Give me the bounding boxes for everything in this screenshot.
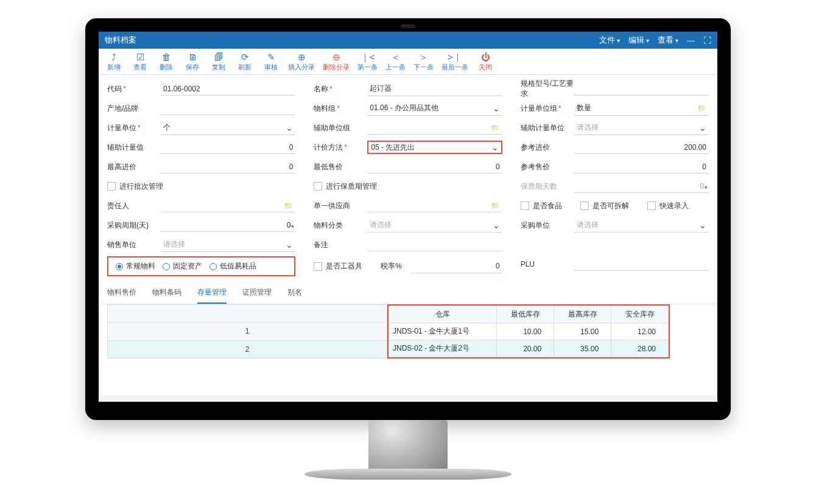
window-minimize-icon[interactable]: — [687,36,695,45]
toolbar-复制[interactable]: 🗐复制 [209,52,228,72]
toolbar-label: 新增 [107,63,121,72]
toolbar-icon: ＜ [391,52,400,61]
maxin-label: 最高进价 [107,162,161,172]
toolbar-关闭[interactable]: ⏻关闭 [476,52,494,72]
toolbar-icon: 🗎 [188,52,197,61]
toolbar-查看[interactable]: ☑查看 [131,52,149,72]
saleuom-select[interactable]: 请选择 [161,237,295,252]
matcat-select[interactable]: 请选择 [367,218,502,233]
tab-物料售价[interactable]: 物料售价 [107,284,136,304]
toolbar-保存[interactable]: 🗎保存 [183,52,202,72]
refsale-input[interactable]: 0 [574,160,709,173]
toolbar-删除[interactable]: 🗑删除 [157,52,175,72]
plu-input[interactable] [574,257,709,271]
auxuom-label: 辅助计量单位 [521,123,574,133]
radio-low[interactable]: 低值易耗品 [209,261,256,271]
taxrate-label: 税率% [381,261,411,271]
leadtime-input[interactable]: 0 [161,219,295,232]
auxuomgroup-label: 辅助单位组 [314,123,367,133]
minsale-input[interactable]: 0 [367,160,502,173]
stock-grid[interactable]: 仓库 最低库存 最高库存 安全库存 JNDS-01 - 金牛大厦1号 10.00… [389,306,669,357]
singlesupp-label: 单一供应商 [314,201,367,211]
menu-file[interactable]: 文件 [599,35,620,46]
refsale-label: 参考售价 [521,162,574,172]
titlebar: 物料档案 文件 编辑 查看 — ⛶ [99,32,717,49]
singlesupp-input[interactable] [367,199,502,212]
toolbar-插入分录[interactable]: ⊕插入分录 [288,52,315,72]
toolbar-icon: ＞ [419,52,428,61]
menu-edit[interactable]: 编辑 [628,35,649,46]
issplit-checkbox[interactable] [580,201,589,210]
auxval-input[interactable]: 0 [161,141,295,154]
col-max: 最高库存 [554,306,611,323]
col-warehouse: 仓库 [389,306,497,323]
maxin-input[interactable]: 0 [161,160,295,173]
app-screen: 物料档案 文件 编辑 查看 — ⛶ ⤴新增☑查看🗑删除🗎保存🗐复制⟳刷新✎审核⊕… [99,32,717,402]
toolbar-下一条[interactable]: ＞下一条 [413,52,434,72]
spec-label: 规格型号/工艺要求 [521,79,574,99]
monitor-stand-base [304,469,512,480]
toolbar-新增[interactable]: ⤴新增 [105,52,123,72]
saleuom-label: 销售单位 [107,240,161,250]
spec-input[interactable] [574,82,709,96]
toolbar-icon: ✎ [267,52,275,61]
toolbar-审核[interactable]: ✎审核 [262,52,280,72]
table-row[interactable]: JNDS-02 - 金牛大厦2号 20.00 35.00 28.00 [389,340,669,357]
radio-fixed[interactable]: 固定资产 [163,261,202,271]
pricemethod-select[interactable]: 05 - 先进先出 [367,141,502,154]
chevron-down-icon [490,103,500,113]
tab-物料条码[interactable]: 物料条码 [152,284,181,304]
folder-icon [697,104,706,113]
istool-label: 是否工器具 [326,261,362,271]
toolbar-最后一条[interactable]: >｜最后一条 [441,52,468,72]
grid-area: 1 2 仓库 最低库存 最高库存 安全库存 JNDS-01 - 金牛大厦1号 1… [99,304,717,363]
istool-checkbox[interactable] [314,262,322,271]
auxuom-select[interactable]: 请选择 [574,121,709,135]
shelfdays-input: 0 [574,180,709,193]
remark-input[interactable] [367,238,502,251]
toolbar-label: 删除 [160,63,173,72]
shelf-label: 进行保质期管理 [326,181,377,192]
uom-label: 计量单位 [107,123,161,133]
code-input[interactable]: 01.06-0002 [161,82,295,96]
tab-存量管理[interactable]: 存量管理 [197,284,227,304]
toolbar-上一条[interactable]: ＜上一条 [385,52,406,72]
radio-normal[interactable]: 常规物料 [116,261,155,271]
monitor-camera [401,24,415,28]
isfood-checkbox[interactable] [521,201,529,210]
folder-icon [491,124,500,132]
taxrate-input[interactable]: 0 [411,260,502,273]
tab-别名[interactable]: 别名 [287,284,302,304]
uom-select[interactable]: 个 [161,121,295,135]
toolbar-删除分录[interactable]: ⊖删除分录 [323,52,350,72]
menu-view[interactable]: 查看 [658,35,678,46]
origin-input[interactable] [161,102,295,115]
batch-checkbox[interactable] [107,182,116,191]
toolbar-icon: ⊕ [298,52,306,61]
uomgroup-input[interactable]: 数量 [574,101,709,116]
tab-证照管理[interactable]: 证照管理 [242,284,272,304]
quickin-checkbox[interactable] [647,201,656,210]
toolbar-icon: >｜ [448,52,462,61]
owner-input[interactable] [161,199,295,212]
name-input[interactable]: 起订器 [367,82,502,96]
toolbar-icon: ⊖ [332,52,340,61]
auxuomgroup-input[interactable] [367,121,502,135]
table-row[interactable]: JNDS-01 - 金牛大厦1号 10.00 15.00 12.00 [389,323,669,340]
purchuom-select[interactable]: 请选择 [574,218,709,233]
toolbar-icon: 🗐 [214,52,223,61]
shelfdays-label: 保质期天数 [521,181,574,192]
toolbar-icon: ⤴ [111,52,116,61]
matgroup-label: 物料组 [314,103,367,114]
toolbar-label: 保存 [186,63,199,72]
chevron-down-icon [490,220,500,230]
toolbar-刷新[interactable]: ⟳刷新 [236,52,254,72]
shelf-checkbox[interactable] [314,182,322,191]
horizontal-scrollbar[interactable] [100,395,716,401]
window-maximize-icon[interactable]: ⛶ [703,36,711,45]
refin-input[interactable]: 200.00 [574,141,709,154]
material-type-radios: 常规物料 固定资产 低值易耗品 [107,256,295,276]
toolbar-第一条[interactable]: ｜<第一条 [357,52,378,72]
toolbar-label: 查看 [133,63,147,72]
matgroup-select[interactable]: 01.06 - 办公用品其他 [367,101,502,116]
